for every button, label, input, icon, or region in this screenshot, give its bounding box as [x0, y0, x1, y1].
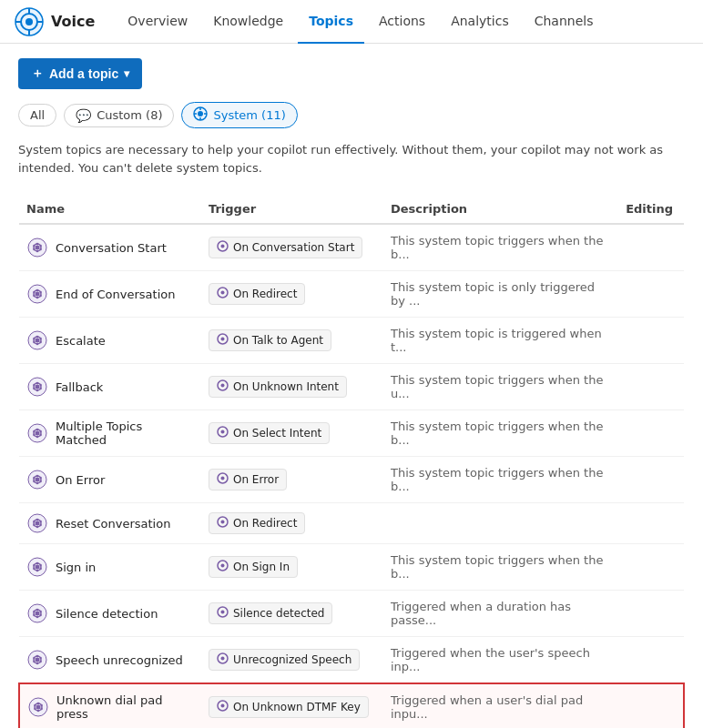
topic-icon — [26, 422, 48, 444]
nav-topics[interactable]: Topics — [298, 0, 364, 44]
trigger-badge[interactable]: On Redirect — [209, 283, 305, 305]
svg-point-129 — [34, 708, 36, 710]
trigger-icon — [217, 560, 229, 574]
table-row[interactable]: Unknown dial pad press On Unknown DTMF K… — [19, 683, 684, 728]
svg-point-126 — [40, 704, 42, 706]
trigger-badge[interactable]: On Conversation Start — [209, 237, 362, 258]
top-nav: Voice Overview Knowledge Topics Actions … — [0, 0, 703, 44]
trigger-icon — [217, 333, 229, 348]
topic-trigger-cell: Unrecognized Speech — [201, 637, 383, 684]
svg-point-107 — [33, 614, 35, 616]
nav-overview[interactable]: Overview — [117, 0, 199, 44]
svg-point-23 — [221, 245, 225, 248]
topic-trigger-cell: On Unknown Intent — [201, 364, 383, 410]
trigger-badge[interactable]: On Unknown Intent — [209, 376, 347, 398]
svg-point-29 — [36, 297, 38, 298]
trigger-badge[interactable]: Unrecognized Speech — [209, 649, 360, 671]
custom-icon: 💬 — [76, 108, 91, 123]
trigger-label: On Unknown DTMF Key — [233, 701, 361, 713]
table-row[interactable]: Conversation Start On Conversation Start… — [19, 224, 684, 271]
table-row[interactable]: Fallback On Unknown Intent This system t… — [19, 364, 684, 410]
topic-name-cell: Sign in — [19, 544, 201, 591]
trigger-badge[interactable]: On Talk to Agent — [209, 329, 331, 351]
topic-name-cell: End of Conversation — [19, 271, 201, 318]
trigger-badge[interactable]: Silence detected — [209, 602, 332, 624]
svg-point-56 — [221, 384, 225, 388]
svg-point-125 — [37, 703, 39, 704]
table-row[interactable]: Escalate On Talk to Agent This system to… — [19, 318, 684, 364]
svg-point-100 — [221, 564, 225, 568]
svg-point-114 — [36, 655, 38, 657]
topic-editing — [618, 683, 684, 728]
topic-description: Triggered when the user's speech inp... — [383, 637, 618, 684]
topic-description: This system topic triggers when the b... — [383, 457, 618, 503]
table-row[interactable]: Multiple Topics Matched On Select Intent… — [19, 410, 684, 457]
table-row[interactable]: Silence detection Silence detected Trigg… — [19, 591, 684, 637]
filter-system-label: System (11) — [213, 108, 285, 122]
topic-trigger-cell: On Talk to Agent — [201, 318, 383, 364]
svg-point-97 — [33, 564, 35, 566]
svg-point-65 — [36, 431, 40, 436]
svg-point-32 — [36, 292, 40, 297]
svg-point-127 — [40, 708, 42, 710]
svg-point-20 — [33, 245, 35, 247]
svg-point-95 — [36, 570, 38, 571]
add-topic-label: Add a topic — [49, 66, 118, 81]
svg-point-31 — [33, 291, 35, 293]
trigger-label: On Talk to Agent — [233, 334, 323, 347]
trigger-badge[interactable]: On Unknown DTMF Key — [209, 696, 369, 718]
trigger-badge[interactable]: On Error — [209, 469, 287, 490]
nav-knowledge[interactable]: Knowledge — [202, 0, 294, 44]
svg-point-48 — [36, 382, 38, 384]
topic-description: This system topic is only triggered by .… — [383, 271, 618, 318]
topic-name: Unknown dial pad press — [56, 693, 190, 721]
svg-point-21 — [36, 246, 40, 250]
topic-editing — [618, 591, 684, 637]
svg-point-104 — [39, 611, 41, 612]
table-row[interactable]: Sign in On Sign In This system topic tri… — [19, 544, 684, 591]
th-editing: Editing — [618, 195, 684, 224]
topic-description: This system topic triggers when the u... — [383, 364, 618, 410]
nav-analytics[interactable]: Analytics — [440, 0, 520, 44]
topics-table: Name Trigger Description Editing Convers… — [18, 195, 685, 728]
svg-point-122 — [221, 657, 225, 661]
svg-point-64 — [33, 430, 35, 432]
svg-point-40 — [36, 343, 38, 345]
table-row[interactable]: Reset Conversation On Redirect — [19, 503, 684, 544]
trigger-label: Silence detected — [233, 607, 324, 620]
table-row[interactable]: Speech unrecognized Unrecognized Speech … — [19, 637, 684, 684]
topic-name-cell: Escalate — [19, 318, 201, 364]
add-topic-button[interactable]: ＋ Add a topic ▾ — [18, 58, 142, 89]
topic-editing — [618, 410, 684, 457]
svg-point-73 — [36, 482, 38, 484]
trigger-badge[interactable]: On Select Intent — [209, 422, 330, 444]
topic-description — [383, 503, 618, 544]
svg-point-89 — [221, 521, 225, 524]
trigger-label: On Redirect — [233, 517, 297, 530]
trigger-badge[interactable]: On Sign In — [209, 556, 298, 578]
filter-system[interactable]: System (11) — [181, 102, 297, 128]
trigger-icon — [217, 652, 229, 667]
table-row[interactable]: On Error On Error This system topic trig… — [19, 457, 684, 503]
filter-custom[interactable]: 💬 Custom (8) — [64, 104, 174, 127]
table-row[interactable]: End of Conversation On Redirect This sys… — [19, 271, 684, 318]
svg-point-63 — [33, 434, 35, 436]
topic-icon — [26, 469, 48, 490]
main-content: ＋ Add a topic ▾ All 💬 Custom (8) S — [0, 44, 703, 728]
app-logo-icon — [15, 7, 44, 36]
svg-point-87 — [36, 521, 40, 526]
topic-trigger-cell: On Conversation Start — [201, 224, 383, 271]
filter-all[interactable]: All — [18, 104, 56, 126]
topic-editing — [618, 364, 684, 410]
trigger-badge[interactable]: On Redirect — [209, 512, 305, 534]
svg-point-130 — [34, 704, 36, 706]
svg-point-50 — [39, 388, 41, 389]
svg-point-34 — [221, 291, 225, 295]
topic-trigger-cell: On Select Intent — [201, 410, 383, 457]
nav-channels[interactable]: Channels — [524, 0, 605, 44]
nav-actions[interactable]: Actions — [368, 0, 436, 44]
topic-name: Speech unrecognized — [56, 653, 183, 667]
topic-trigger-cell: On Redirect — [201, 271, 383, 318]
trigger-label: On Unknown Intent — [233, 380, 339, 393]
topic-name-cell: Fallback — [19, 364, 201, 410]
